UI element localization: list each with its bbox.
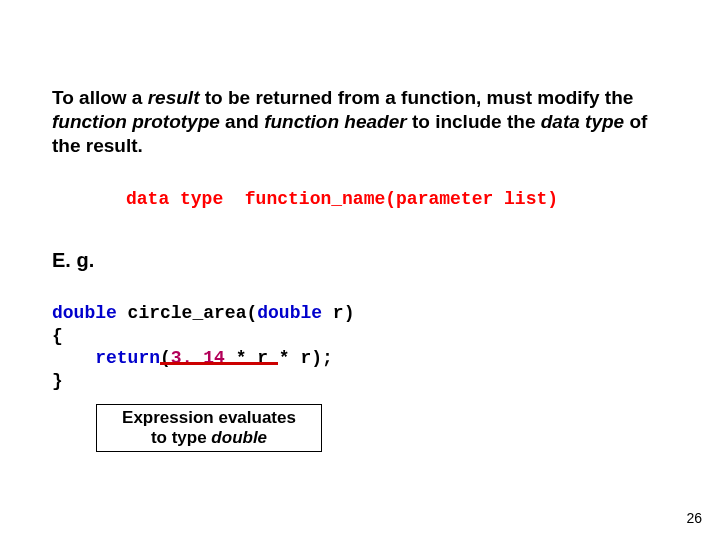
page-number: 26: [686, 510, 702, 526]
para-t3: to be returned from a function, must mod…: [199, 87, 633, 108]
note-line1: Expression evaluates: [122, 408, 296, 427]
para-t6: function header: [264, 111, 407, 132]
intro-paragraph: To allow a result to be returned from a …: [52, 86, 668, 157]
indent: [52, 348, 95, 368]
note-line2b: double: [211, 428, 267, 447]
kw-return: return: [95, 348, 160, 368]
literal-pi: 3. 14: [171, 348, 225, 368]
note-line2a: to type: [151, 428, 211, 447]
para-t1: To allow a: [52, 87, 148, 108]
code-fn: circle_area(: [117, 303, 257, 323]
code-param: r): [322, 303, 354, 323]
note-box: Expression evaluates to type double: [96, 404, 322, 452]
para-t2: result: [148, 87, 200, 108]
brace-close: }: [52, 371, 63, 391]
code-block: double circle_area(double r) { return(3.…: [52, 302, 668, 392]
para-t7: to include the: [407, 111, 541, 132]
kw-double-1: double: [52, 303, 117, 323]
example-label: E. g.: [52, 249, 668, 272]
para-t5: and: [220, 111, 264, 132]
kw-double-2: double: [257, 303, 322, 323]
code-rest: * r * r);: [225, 348, 333, 368]
para-t4: function prototype: [52, 111, 220, 132]
open-paren: (: [160, 348, 171, 368]
syntax-line: data type function_name(parameter list): [126, 189, 668, 209]
underline-annotation: [160, 362, 278, 365]
brace-open: {: [52, 326, 63, 346]
para-t8: data type: [541, 111, 624, 132]
